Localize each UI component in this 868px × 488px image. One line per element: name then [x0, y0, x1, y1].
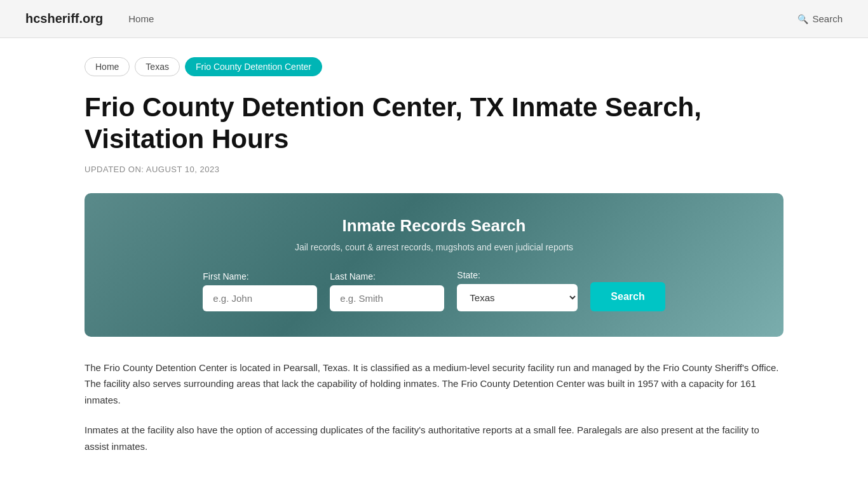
first-name-group: First Name:	[203, 271, 317, 311]
breadcrumb-texas[interactable]: Texas	[135, 57, 180, 76]
last-name-label: Last Name:	[330, 271, 376, 281]
header-left: hcsheriff.org Home	[25, 11, 154, 26]
site-logo[interactable]: hcsheriff.org	[25, 11, 103, 26]
breadcrumb-current[interactable]: Frio County Detention Center	[185, 57, 322, 76]
inmate-search-box: Inmate Records Search Jail records, cour…	[85, 193, 783, 337]
breadcrumb: Home Texas Frio County Detention Center	[85, 57, 783, 76]
body-paragraph-1: The Frio County Detention Center is loca…	[85, 360, 783, 409]
search-label: Search	[812, 13, 843, 24]
updated-date: UPDATED ON: AUGUST 10, 2023	[85, 165, 783, 174]
first-name-input[interactable]	[203, 285, 317, 311]
nav-home[interactable]: Home	[128, 13, 154, 24]
first-name-label: First Name:	[203, 271, 248, 281]
last-name-input[interactable]	[330, 285, 444, 311]
breadcrumb-home[interactable]: Home	[85, 57, 130, 76]
body-paragraph-2: Inmates at the facility also have the op…	[85, 422, 783, 454]
search-form: First Name: Last Name: State: AlabamaAla…	[110, 270, 758, 311]
header-search[interactable]: 🔍 Search	[797, 13, 843, 24]
main-content: Home Texas Frio County Detention Center …	[59, 38, 809, 487]
state-label: State:	[457, 270, 480, 280]
search-button[interactable]: Search	[590, 282, 665, 311]
state-group: State: AlabamaAlaskaArizonaArkansasCalif…	[457, 270, 578, 311]
site-header: hcsheriff.org Home 🔍 Search	[0, 0, 868, 38]
state-select[interactable]: AlabamaAlaskaArizonaArkansasCaliforniaCo…	[457, 284, 578, 311]
search-box-subtitle: Jail records, court & arrest records, mu…	[110, 242, 758, 252]
page-title: Frio County Detention Center, TX Inmate …	[85, 92, 783, 156]
search-box-title: Inmate Records Search	[110, 216, 758, 236]
search-icon: 🔍	[797, 14, 808, 24]
last-name-group: Last Name:	[330, 271, 444, 311]
